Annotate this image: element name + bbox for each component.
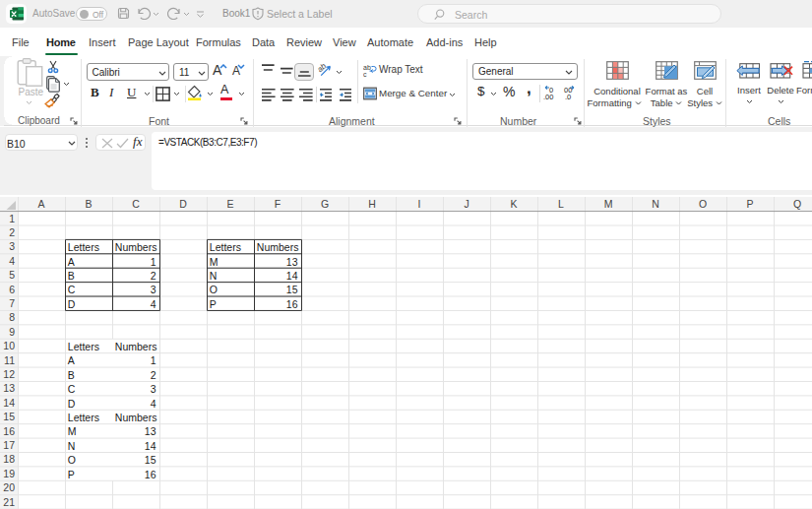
svg-text:Letters: Letters — [68, 341, 99, 352]
svg-text:1: 1 — [9, 213, 15, 224]
svg-text:N: N — [68, 440, 76, 452]
svg-text:c: c — [363, 71, 367, 77]
svg-text:K: K — [510, 198, 517, 210]
svg-text:D: D — [179, 198, 187, 210]
svg-text:I: I — [418, 198, 421, 210]
svg-text:9: 9 — [9, 326, 15, 338]
svg-text:B: B — [68, 270, 75, 282]
svg-text:20: 20 — [3, 481, 15, 493]
svg-text:2: 2 — [151, 270, 156, 282]
svg-text:Numbers: Numbers — [115, 241, 157, 253]
svg-text:13: 13 — [286, 256, 298, 268]
svg-text:D: D — [68, 398, 76, 410]
svg-text:Numbers: Numbers — [257, 241, 299, 253]
svg-text:C: C — [68, 383, 76, 395]
svg-text:C: C — [68, 284, 76, 295]
svg-text:M: M — [68, 425, 77, 437]
svg-text:B: B — [85, 198, 92, 210]
svg-text:4: 4 — [151, 298, 156, 310]
svg-text:M: M — [604, 198, 613, 210]
svg-text:N: N — [652, 198, 659, 210]
svg-text:Numbers: Numbers — [115, 412, 157, 423]
svg-text:16: 16 — [286, 298, 298, 310]
svg-text:21: 21 — [3, 496, 15, 508]
svg-text:15: 15 — [286, 284, 298, 295]
svg-text:.0: .0 — [565, 93, 571, 100]
svg-text:16: 16 — [3, 425, 15, 437]
svg-text:18: 18 — [3, 453, 15, 465]
svg-text:15: 15 — [145, 454, 156, 466]
svg-text:4: 4 — [9, 255, 15, 267]
svg-text:O: O — [210, 284, 218, 295]
svg-text:O: O — [68, 454, 76, 466]
svg-text:1: 1 — [151, 354, 156, 366]
svg-text:13: 13 — [145, 425, 156, 437]
svg-text:P: P — [746, 198, 753, 210]
svg-text:ab: ab — [363, 64, 371, 71]
svg-text:14: 14 — [145, 440, 156, 452]
svg-text:Q: Q — [793, 198, 801, 210]
svg-text:A: A — [68, 256, 75, 268]
svg-text:L: L — [558, 198, 564, 210]
svg-text:19: 19 — [3, 468, 15, 479]
svg-text:7: 7 — [9, 297, 15, 309]
svg-text:F: F — [275, 198, 281, 210]
svg-text:A: A — [68, 354, 75, 366]
svg-text:2: 2 — [9, 226, 15, 238]
svg-text:16: 16 — [145, 469, 156, 480]
svg-text:14: 14 — [3, 397, 15, 409]
svg-text:3: 3 — [9, 240, 15, 252]
svg-text:Letters: Letters — [210, 241, 241, 253]
svg-text:4: 4 — [151, 398, 156, 410]
svg-text:N: N — [210, 270, 218, 282]
svg-text:C: C — [132, 198, 140, 210]
svg-text:M: M — [210, 256, 219, 268]
svg-text:B: B — [68, 369, 75, 381]
svg-text:6: 6 — [9, 284, 15, 295]
svg-text:H: H — [368, 198, 376, 210]
svg-text:.00: .00 — [543, 93, 553, 100]
svg-text:ab: ab — [318, 62, 329, 74]
svg-text:Numbers: Numbers — [115, 341, 157, 352]
svg-text:O: O — [699, 198, 707, 210]
svg-text:Letters: Letters — [68, 241, 99, 253]
svg-text:P: P — [210, 298, 217, 310]
svg-text:J: J — [464, 198, 468, 210]
svg-text:3: 3 — [151, 383, 156, 395]
svg-text:8: 8 — [9, 311, 15, 323]
svg-text:15: 15 — [3, 411, 15, 422]
svg-text:10: 10 — [3, 340, 15, 351]
svg-text:G: G — [321, 198, 329, 210]
svg-text:2: 2 — [151, 369, 156, 381]
svg-text:E: E — [226, 198, 233, 210]
svg-text:17: 17 — [3, 439, 15, 451]
svg-text:1: 1 — [151, 256, 156, 268]
svg-text:Letters: Letters — [68, 412, 99, 423]
svg-text:11: 11 — [4, 354, 15, 366]
svg-text:13: 13 — [3, 382, 15, 394]
svg-text:14: 14 — [286, 270, 298, 282]
svg-text:A: A — [37, 198, 44, 210]
svg-text:12: 12 — [3, 368, 15, 380]
svg-text:P: P — [68, 469, 75, 480]
svg-text:3: 3 — [151, 284, 156, 295]
svg-text:D: D — [68, 298, 76, 310]
svg-text:5: 5 — [9, 269, 15, 281]
